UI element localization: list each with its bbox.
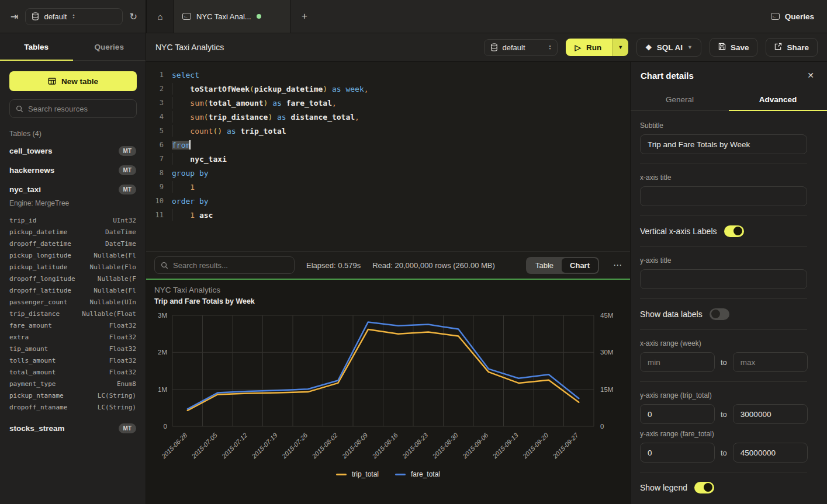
run-database-selector-value: default (503, 43, 544, 52)
run-button-label: Run (586, 43, 601, 52)
show-data-labels-toggle[interactable] (710, 308, 729, 320)
legend-item-trip_total[interactable]: trip_total (336, 470, 379, 478)
editor-line-6: 6from (146, 138, 630, 152)
sidebar-table-nyc_taxi[interactable]: nyc_taxiMT (0, 180, 146, 199)
sidebar-search[interactable] (9, 99, 137, 118)
column-row: dropoff_latitudeNullable(Fl (9, 284, 136, 296)
engine-badge: MT (119, 146, 136, 156)
sidebar-search-input[interactable] (28, 105, 130, 113)
to-label: to (721, 410, 727, 419)
chart-title: NYC Taxi Analytics (154, 286, 220, 294)
editor-line-8: 8group by (146, 166, 630, 180)
y-axis-title-input[interactable] (640, 269, 807, 289)
column-row: pickup_latitudeNullable(Flo (9, 261, 136, 273)
svg-text:1M: 1M (158, 386, 167, 393)
table-name: stocks_stream (9, 424, 65, 433)
chart-details-panel: Chart details ✕ General Advanced Subtitl… (630, 62, 827, 504)
y-range-trip-max-input[interactable] (733, 404, 808, 424)
sidebar-table-stocks_stream[interactable]: stocks_streamMT (0, 419, 146, 438)
home-button[interactable]: ⌂ (146, 0, 174, 33)
app-root: ⇥ default ▴▾ ↻ ⌂ ›_ NYC Taxi Anal... + ›… (0, 0, 827, 504)
line-number: 7 (146, 155, 164, 163)
line-number: 6 (146, 141, 164, 149)
top-bar: ⇥ default ▴▾ ↻ ⌂ ›_ NYC Taxi Anal... + ›… (0, 0, 827, 33)
view-toggle-chart[interactable]: Chart (562, 258, 598, 273)
line-chart[interactable]: 001M15M2M30M3M45M2015-06-282015-07-05201… (146, 307, 630, 474)
editor-line-7: 7 nyc_taxi (146, 152, 630, 166)
vertical-x-labels-toggle[interactable] (724, 225, 744, 237)
sidebar-tab-tables[interactable]: Tables (0, 33, 73, 60)
svg-text:2015-08-30: 2015-08-30 (431, 431, 460, 460)
legend-label: trip_total (352, 470, 379, 478)
line-number: 2 (146, 85, 164, 93)
refresh-icon[interactable]: ↻ (130, 11, 137, 22)
tab-advanced[interactable]: Advanced (729, 89, 827, 110)
sidebar-table-cell_towers[interactable]: cell_towersMT (0, 141, 146, 161)
svg-text:30M: 30M (600, 349, 613, 356)
close-icon[interactable]: ✕ (807, 71, 814, 80)
subtitle-input[interactable] (640, 134, 807, 154)
tables-list: stocks_streamMT (0, 419, 146, 438)
line-number: 9 (146, 183, 164, 191)
sidebar-tab-queries[interactable]: Queries (73, 33, 146, 60)
query-tab[interactable]: ›_ NYC Taxi Anal... (174, 0, 291, 33)
column-row: total_amountFloat32 (9, 366, 136, 378)
table-name: cell_towers (9, 147, 53, 155)
legend-label: fare_total (411, 470, 440, 478)
play-icon: ▷ (575, 43, 581, 52)
new-tab-button[interactable]: + (291, 0, 318, 33)
legend-item-fare_total[interactable]: fare_total (395, 470, 440, 478)
sql-ai-button[interactable]: ❖ SQL AI ▼ (636, 39, 701, 57)
results-search[interactable] (154, 256, 295, 274)
sidebar-table-hackernews[interactable]: hackernewsMT (0, 161, 146, 180)
run-database-selector[interactable]: default ▴▾ (484, 39, 558, 56)
column-row: pickup_ntanameLC(String) (9, 390, 136, 401)
sql-editor[interactable]: 1select2 toStartOfWeek(pickup_datetime) … (146, 62, 630, 251)
more-options-icon[interactable]: ⋯ (613, 260, 622, 270)
new-table-button[interactable]: New table (9, 71, 137, 91)
results-search-input[interactable] (173, 261, 288, 270)
line-number: 8 (146, 169, 164, 177)
editor-line-11: 11 1 asc (146, 208, 630, 222)
show-legend-toggle[interactable] (694, 482, 714, 493)
run-options-button[interactable]: ▼ (612, 39, 628, 56)
x-range-min-input[interactable] (640, 352, 715, 372)
sidebar-tabs: Tables Queries (0, 33, 146, 61)
y-range-fare-label: y-axis range (fare_total) (640, 430, 807, 438)
y-range-trip-label: y-axis range (trip_total) (640, 391, 807, 399)
y-range-fare-min-input[interactable] (640, 443, 715, 463)
search-icon (161, 262, 168, 269)
column-row: tolls_amountFloat32 (9, 354, 136, 366)
y-range-fare-max-input[interactable] (733, 443, 808, 463)
vertical-x-labels-label: Vertical x-axis Labels (640, 227, 717, 236)
collapse-sidebar-icon[interactable]: ⇥ (11, 11, 18, 22)
share-button[interactable]: Share (766, 38, 818, 57)
y-axis-title-label: y-axis title (640, 256, 807, 265)
share-label: Share (787, 43, 809, 52)
column-row: trip_idUInt32 (9, 214, 136, 226)
column-row: passenger_countNullable(UIn (9, 296, 136, 308)
column-row: tip_amountFloat32 (9, 343, 136, 354)
svg-text:2015-07-12: 2015-07-12 (220, 432, 248, 460)
to-label: to (721, 358, 727, 367)
engine-badge: MT (119, 185, 136, 194)
queries-label: Queries (785, 12, 814, 21)
database-selector[interactable]: default ▴▾ (25, 8, 122, 25)
editor-line-5: 5 count() as trip_total (146, 124, 630, 138)
save-button[interactable]: Save (710, 38, 758, 57)
tab-general[interactable]: General (631, 89, 729, 110)
queries-button[interactable]: ›_ Queries (771, 12, 827, 21)
line-number: 10 (146, 197, 164, 205)
run-button-group: ▷ Run ▼ (566, 39, 629, 56)
subtitle-field-label: Subtitle (640, 121, 807, 130)
chart-legend: trip_totalfare_total (146, 470, 630, 478)
svg-text:2015-09-06: 2015-09-06 (461, 431, 490, 460)
engine-badge: MT (119, 423, 136, 433)
y-range-trip-min-input[interactable] (640, 404, 715, 424)
svg-text:2015-08-02: 2015-08-02 (310, 432, 339, 460)
x-range-max-input[interactable] (733, 352, 808, 372)
svg-text:2015-07-26: 2015-07-26 (280, 431, 309, 460)
view-toggle-table[interactable]: Table (527, 258, 562, 273)
x-axis-title-input[interactable] (640, 186, 807, 206)
run-button[interactable]: ▷ Run (566, 39, 613, 56)
